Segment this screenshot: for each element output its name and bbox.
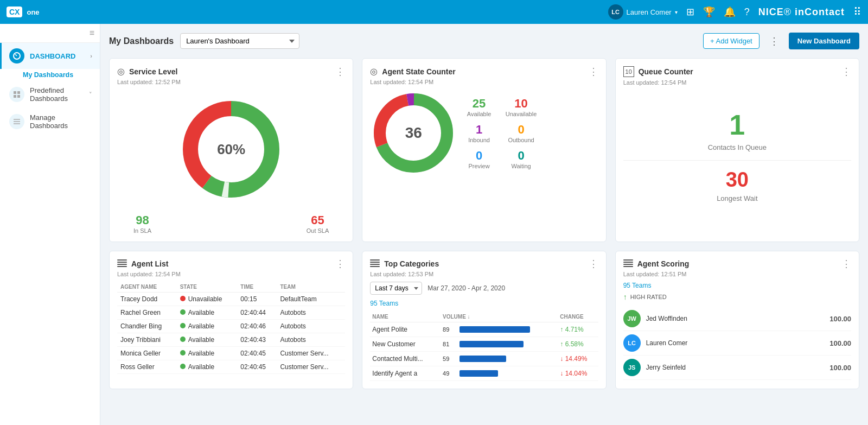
tc-change: ↑ 4.71% — [558, 322, 598, 337]
asc-waiting-label: Waiting — [506, 163, 537, 169]
list-item: JS Jerry Seinfeld 100.00 — [623, 356, 851, 380]
tc-menu-button[interactable]: ⋮ — [589, 259, 598, 269]
toolbar-icon[interactable]: ⊞ — [686, 6, 694, 18]
tc-name: New Customer — [370, 337, 441, 352]
agent-name: Chandler Bing — [117, 320, 177, 333]
apps-grid-icon[interactable]: ⠿ — [853, 5, 861, 18]
agent-team: Autobots — [277, 320, 345, 333]
agent-name: Joey Tribbiani — [117, 333, 177, 347]
chevron-right-icon: › — [90, 53, 92, 59]
asc-preview-label: Preview — [463, 163, 494, 169]
as-high-rated-label: ↑ HIGH RATED — [623, 293, 851, 301]
agent-state: Available — [177, 306, 238, 320]
trophy-icon[interactable]: 🏆 — [703, 6, 715, 18]
qc-divider — [623, 160, 851, 161]
al-icon — [117, 259, 127, 269]
sidebar-toggle[interactable]: ≡ — [0, 24, 100, 43]
asc-preview-value: 0 — [463, 149, 494, 163]
agent-state-counter-widget: ◎ Agent State Counter ⋮ Last updated: 12… — [362, 58, 606, 242]
header-right: + Add Widget ⋮ New Dashboard — [703, 33, 859, 49]
volume-value: 89 — [443, 326, 456, 333]
tc-volume: 81 — [441, 337, 558, 352]
tc-filter-select[interactable]: Last 7 days — [370, 282, 422, 295]
tc-teams-link[interactable]: 95 Teams — [370, 300, 398, 307]
sl-out-sla-value: 65 — [307, 213, 329, 227]
svg-rect-20 — [370, 259, 380, 261]
sidebar-manage-dashboards[interactable]: Manage Dashboards — [0, 108, 100, 135]
as-title-row: Agent Scoring — [623, 259, 690, 269]
svg-rect-24 — [623, 259, 633, 261]
bell-icon[interactable]: 🔔 — [724, 6, 736, 18]
cx-logo: CX — [7, 7, 22, 17]
svg-rect-2 — [17, 91, 20, 94]
manage-label: Manage Dashboards — [30, 113, 92, 130]
asc-donut: 36 — [370, 90, 457, 176]
qc-title-row: 10 Queue Counter — [623, 66, 693, 77]
al-menu-button[interactable]: ⋮ — [335, 259, 345, 269]
agent-name: Jerry Seinfeld — [646, 364, 825, 371]
dashboard-select[interactable]: Lauren's Dashboard — [180, 33, 299, 49]
svg-rect-27 — [623, 266, 633, 267]
sidebar-predefined-dashboards[interactable]: Predefined Dashboards ˅ — [0, 81, 100, 108]
nav-right: LC Lauren Comer ▾ ⊞ 🏆 🔔 ? NICE® inContac… — [608, 4, 861, 20]
available-dot — [180, 323, 186, 328]
qc-longest-wait-label: Longest Wait — [717, 194, 757, 202]
asc-content: 36 25 Available 10 Unavailable 1 Inbound — [370, 90, 598, 176]
arrow-up-icon: ↑ — [623, 293, 627, 301]
table-row: Rachel Green Available 02:40:44 Autobots — [117, 306, 345, 320]
agent-scoring-widget: Agent Scoring ⋮ Last updated: 12:51 PM 9… — [615, 251, 859, 389]
qc-contacts-label: Contacts In Queue — [708, 143, 767, 151]
asc-inbound: 1 Inbound — [463, 123, 494, 143]
queue-counter-widget: 10 Queue Counter ⋮ Last updated: 12:54 P… — [615, 58, 859, 242]
tc-change: ↓ 14.04% — [558, 366, 598, 381]
as-menu-button[interactable]: ⋮ — [841, 259, 851, 269]
qc-content: 1 Contacts In Queue 30 Longest Wait — [623, 90, 851, 218]
asc-menu-button[interactable]: ⋮ — [589, 67, 598, 77]
svg-rect-17 — [117, 262, 127, 263]
add-widget-button[interactable]: + Add Widget — [703, 33, 760, 49]
tc-volume: 89 — [441, 322, 558, 337]
top-navigation: CX one LC Lauren Comer ▾ ⊞ 🏆 🔔 ? NICE® i… — [0, 0, 868, 24]
sidebar-item-dashboard[interactable]: DASHBOARD › — [0, 43, 100, 69]
svg-rect-21 — [370, 262, 380, 263]
svg-rect-26 — [623, 264, 633, 265]
agent-list-table: AGENT NAME STATE TIME TEAM Tracey Dodd U… — [117, 282, 345, 374]
available-dot — [180, 309, 186, 315]
agent-team: Autobots — [277, 306, 345, 320]
chevron-down-icon: ▾ — [675, 9, 678, 15]
sl-in-sla-label: In SLA — [133, 227, 151, 234]
agent-name: Monica Geller — [117, 347, 177, 360]
more-options-button[interactable]: ⋮ — [765, 33, 783, 49]
header-left: My Dashboards Lauren's Dashboard — [109, 33, 299, 49]
asc-center-value: 36 — [405, 124, 422, 142]
al-title-row: Agent List — [117, 259, 168, 269]
table-row: Chandler Bing Available 02:40:46 Autobot… — [117, 320, 345, 333]
service-level-widget: ◎ Service Level ⋮ Last updated: 12:52 PM — [109, 58, 353, 242]
available-dot — [180, 350, 186, 356]
agent-name: Ross Geller — [117, 360, 177, 374]
hamburger-icon[interactable]: ≡ — [90, 28, 94, 38]
help-icon[interactable]: ? — [744, 7, 750, 18]
svg-rect-22 — [370, 264, 380, 265]
table-row: Tracey Dodd Unavailable 00:15 DefaultTea… — [117, 293, 345, 306]
sidebar-my-dashboards[interactable]: My Dashboards — [0, 69, 100, 81]
available-dot — [180, 337, 186, 342]
dashboard-select-wrapper: Lauren's Dashboard — [180, 33, 299, 49]
table-row: Contacted Multi... 59 ↓ 14.49% — [370, 352, 598, 366]
available-dot — [180, 364, 186, 369]
qc-header: 10 Queue Counter ⋮ — [623, 66, 851, 77]
qc-menu-button[interactable]: ⋮ — [841, 67, 851, 77]
user-menu[interactable]: LC Lauren Comer ▾ — [608, 4, 678, 20]
al-header: Agent List ⋮ — [117, 259, 345, 269]
svg-rect-4 — [17, 95, 20, 98]
sl-bottom-stats: 98 In SLA 65 Out SLA — [117, 213, 345, 234]
agent-time: 02:40:43 — [237, 333, 277, 347]
sl-out-sla-label: Out SLA — [307, 227, 329, 234]
sl-menu-button[interactable]: ⋮ — [335, 67, 345, 77]
as-agents-list: JW Jed Woffinden 100.00 LC Lauren Comer … — [623, 307, 851, 380]
tc-name: Contacted Multi... — [370, 352, 441, 366]
svg-rect-18 — [117, 264, 127, 265]
as-teams-link[interactable]: 95 Teams — [623, 282, 851, 289]
top-categories-table: NAME VOLUME ↓ CHANGE Agent Polite 89 ↑ 4… — [370, 312, 598, 381]
new-dashboard-button[interactable]: New Dashboard — [789, 33, 859, 49]
